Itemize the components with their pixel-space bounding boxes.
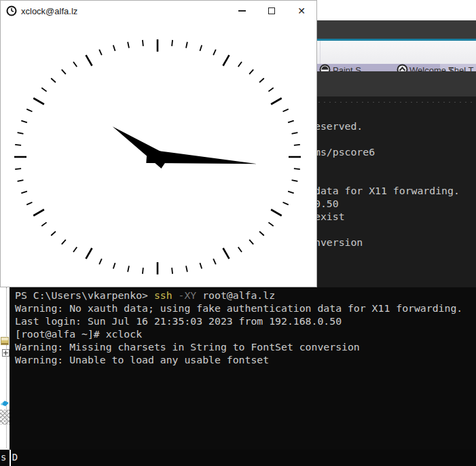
window-title: xclock@alfa.lz: [21, 6, 77, 16]
terminal-window[interactable]: PS C:\Users\vkarpenko> ssh -XY root@alfa…: [10, 287, 476, 466]
terminal-prompt-line: PS C:\Users\vkarpenko> ssh -XY root@alfa…: [10, 287, 476, 302]
background-terminal-header: [317, 71, 476, 96]
bottom-bar: s D: [0, 450, 476, 466]
xclock-window: xclock@alfa.lz ✕: [0, 0, 317, 287]
powershell-prompt: PS C:\Users\vkarpenko>: [15, 289, 154, 301]
maximize-icon: [268, 7, 275, 14]
clock-icon: [6, 5, 17, 16]
terminal-output-line: Warning: No xauth data; using fake authe…: [10, 302, 476, 315]
picture-file-icon[interactable]: [1, 337, 9, 345]
terminal-output-line: [root@alfa ~]# xclock: [10, 327, 476, 340]
dotted-separator: [318, 102, 475, 103]
command-text: ssh: [154, 289, 179, 301]
maximize-button[interactable]: [257, 1, 287, 21]
background-terminal[interactable]: eserved. ms/pscore6 data for X11 forward…: [317, 71, 476, 287]
minimize-icon: [238, 10, 246, 12]
terminal-output-line: Last login: Sun Jul 16 21:35:03 2023 fro…: [10, 315, 476, 327]
background-window-toolbar: [317, 41, 476, 64]
close-button[interactable]: ✕: [287, 1, 316, 21]
blue-shortcut-icon[interactable]: [0, 398, 10, 408]
expand-plus-icon[interactable]: [2, 349, 10, 357]
terminal-output-line: Warning: Unable to load any usable fonts…: [10, 353, 476, 366]
background-terminal-output: eserved. ms/pscore6 data for X11 forward…: [314, 120, 460, 249]
command-argument: root@alfa.lz: [202, 289, 275, 301]
clock-face: [1, 21, 316, 287]
xclock-titlebar[interactable]: xclock@alfa.lz ✕: [1, 1, 316, 21]
window-border-line: [10, 450, 11, 466]
terminal-output-line: Warning: Missing charsets in String to F…: [10, 340, 476, 353]
background-window-tab-strip: [317, 20, 476, 39]
toolbar-edge-line: [320, 41, 321, 64]
minimize-button[interactable]: [227, 1, 257, 21]
desktop-edge-strip: [0, 287, 10, 450]
command-flags: -XY: [179, 289, 203, 301]
hatched-pattern-icon: [0, 410, 10, 425]
close-icon: ✕: [297, 6, 306, 16]
